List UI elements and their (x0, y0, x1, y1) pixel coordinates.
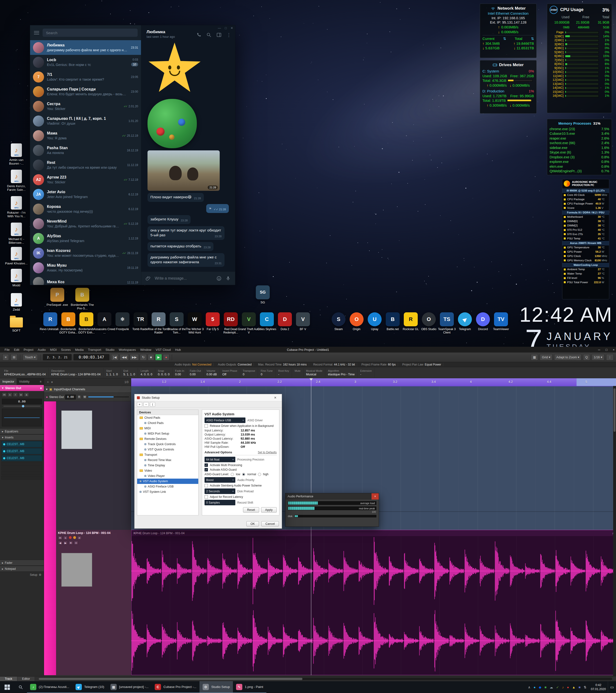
taskbar-app-button[interactable]: ▶Telegram (10) (73, 681, 107, 693)
s-button[interactable]: s (7, 393, 12, 397)
search-icon[interactable] (206, 32, 212, 38)
a-button[interactable]: a (24, 393, 29, 397)
pan-slider[interactable] (3, 406, 40, 407)
chat-list-item[interactable]: AAlyStasAlyStas joined Telegram1.12.19 (30, 231, 141, 246)
mute-button[interactable]: m (58, 536, 62, 540)
add-device-button[interactable]: ＋ (137, 402, 142, 407)
menu-file[interactable]: File (2, 348, 12, 352)
close-button[interactable]: × (613, 348, 615, 352)
freeze-icon[interactable]: ❄ (68, 541, 73, 545)
chat-list-item[interactable]: СестраYou: Sticker✓✓ 2.01.20 (30, 99, 141, 114)
drive-name[interactable]: D: Production (482, 89, 504, 94)
minimize-button[interactable]: ─ (598, 348, 600, 352)
apply-button[interactable]: Apply (261, 507, 277, 513)
cancel-button[interactable]: Cancel (261, 521, 279, 527)
tab-track[interactable]: Track (0, 677, 17, 681)
reset-button[interactable]: Reset (243, 507, 259, 513)
desktop-icon-sg[interactable]: SGSG (250, 285, 275, 304)
chat-list-item[interactable]: NeverMindYou: Добрый день. Крепил неболь… (30, 216, 141, 231)
menu-window[interactable]: Window (138, 348, 154, 352)
microphone-icon[interactable] (225, 276, 231, 281)
menu-vst-cloud[interactable]: VST Cloud (154, 348, 173, 352)
guard-normal-radio[interactable] (242, 473, 245, 476)
app-tray-icon[interactable]: ■ (578, 685, 580, 689)
chat-list-item[interactable]: Любимкадиаграмму рабочего файла мне уже … (30, 40, 141, 55)
taskbar-app-button[interactable]: ♪(2) Плагины Acusti... (27, 681, 73, 693)
incoming-message[interactable]: она у меня тут вокруг локтя круг обходит… (147, 226, 224, 240)
forward-button[interactable]: ▶▶ (130, 354, 139, 360)
multi-processing-checkbox[interactable]: ✓ (204, 463, 208, 467)
notification-center-button[interactable]: ▭ (608, 681, 616, 693)
menu-scores[interactable]: Scores (59, 348, 73, 352)
read-button[interactable]: R (77, 395, 81, 399)
write-button[interactable]: W (83, 395, 87, 399)
insert-slot[interactable]: CELEST...MB (1, 441, 42, 447)
infoline-field[interactable]: Extension- (358, 368, 375, 377)
desktop-icon-music[interactable]: ♪MP3Michael E - Bitterswe... (4, 222, 29, 245)
infoline-field[interactable]: Start1. 1. 1. 0 (103, 368, 121, 377)
infoline-field[interactable]: End5. 1. 1. 0 (121, 368, 138, 377)
channel-header[interactable]: ▾ Stereo Out e (0, 385, 44, 391)
adapt-to-zoom-dropdown[interactable]: Adapt to Zoom ▾ (554, 354, 581, 360)
tree-item[interactable]: Time Display (137, 463, 198, 468)
go-to-start-button[interactable]: |◀ (111, 354, 119, 360)
chat-list-item[interactable]: LocbEv1L Genius: Все норм с тс0:0310 (30, 55, 141, 70)
chat-list-item[interactable]: Саларьево Парк | СоседиЕлена: Кто будет … (30, 84, 141, 99)
chat-list-item[interactable]: JAJeter AvioJeter Avio joined Telegram6.… (30, 187, 141, 202)
more-menu-icon[interactable]: ⋮ (226, 32, 231, 38)
taskbar-app-button[interactable]: ⚙Studio Setup (199, 681, 233, 693)
setup-toolbar-icon[interactable]: ⊞ (11, 354, 18, 360)
teamviewer-tray-icon[interactable]: ● (534, 685, 535, 689)
guard-high-radio[interactable] (258, 473, 261, 476)
desktop-icon-music[interactable]: ♪MP3Pavel Khvalee... (4, 247, 29, 265)
infoline-field[interactable]: Invert PhaseOff (220, 368, 240, 377)
horizontal-scrollbar[interactable] (39, 678, 612, 680)
chat-list-item[interactable]: Miau MyauАхаах. Ну посмотрим)19.11.19 (30, 260, 141, 275)
record-shift-field[interactable]: 0 Samples (204, 500, 235, 505)
taskbar-app-button[interactable]: CCubase Pro Project -... (152, 681, 199, 693)
tree-item[interactable]: Chord Pads (137, 420, 198, 425)
tree-item[interactable]: Remote Devices (137, 436, 198, 441)
fader-mini-view[interactable] (2, 409, 42, 427)
ok-button[interactable]: OK (246, 521, 259, 527)
insert-slot[interactable]: CELEST...MB (1, 455, 42, 461)
infoline-field[interactable]: Length4. 0. 0. 0 (138, 368, 155, 377)
project-activate-icon[interactable]: ≡ (2, 354, 9, 360)
desktop-icon-music[interactable]: ♪MP3Denis Kenzo, Farzin Sale... (4, 170, 29, 192)
sidebar-toggle-icon[interactable] (216, 32, 222, 38)
infoline-field[interactable]: Fade-Out0.00 (187, 368, 204, 377)
reset-device-button[interactable]: ⟨ (150, 402, 155, 407)
drum-track-header[interactable]: KPHE Drum Loop - 124 BPM - 001-04 m s e … (44, 530, 131, 675)
audio-event[interactable]: KPHE Drum Loop - 124 BPM - 001-04 ♪ (131, 530, 616, 675)
solo-button[interactable]: s (63, 536, 67, 540)
drive-name[interactable]: C: System (482, 69, 499, 74)
incoming-message[interactable]: пытается карандаш отобрать23:28 (147, 242, 214, 251)
infoline-field[interactable]: Musical ModeMusical (303, 368, 325, 377)
infoline-field[interactable]: Volume0.00 dB (204, 368, 220, 377)
desktop-icon-game[interactable]: VBF V (291, 312, 315, 331)
warn-tray-icon[interactable]: ▲ (572, 685, 575, 689)
remove-device-button[interactable]: − (143, 402, 149, 407)
track-name[interactable]: KPHE Drum Loop - 124 BPM - 001-04 (58, 531, 129, 535)
close-button[interactable]: × (271, 396, 279, 400)
update-tray-icon[interactable]: ✓ (556, 685, 559, 689)
dropbox-tray-icon[interactable]: ◆ (539, 685, 541, 689)
incoming-message[interactable]: Плохо видит наверно😆21:28 (147, 193, 204, 202)
rewind-button[interactable]: ◀◀ (120, 354, 129, 360)
desktop-icon-music[interactable]: ♪MP3Zedd (4, 293, 29, 312)
infoline-field[interactable]: Algorithmélastique Pro - Time (325, 368, 358, 377)
eset-tray-icon[interactable]: ■ (544, 685, 547, 689)
onedrive-tray-icon[interactable]: ☁ (550, 685, 553, 689)
timeline-ruler[interactable]: 1.21.422.22.433.23.444.24.45 (131, 378, 616, 386)
start-button[interactable] (0, 681, 15, 693)
infoline-field[interactable]: Fine-Tune0 (258, 368, 276, 377)
edit-button[interactable]: e (77, 536, 82, 540)
message-input[interactable] (155, 276, 213, 281)
menu-project[interactable]: Project (21, 348, 35, 352)
volume-readout[interactable]: 0.00 (2, 399, 42, 404)
desktop-icon-music[interactable]: ♪MP3Modd (4, 269, 29, 287)
play-button[interactable]: ▶ (155, 354, 162, 360)
bars-beats-display[interactable]: 2. 3. 2. 21 (43, 354, 72, 360)
taskbar-clock[interactable]: 0:42 07.01.2020 (589, 683, 608, 691)
tree-item[interactable]: VST System Link (137, 489, 198, 494)
